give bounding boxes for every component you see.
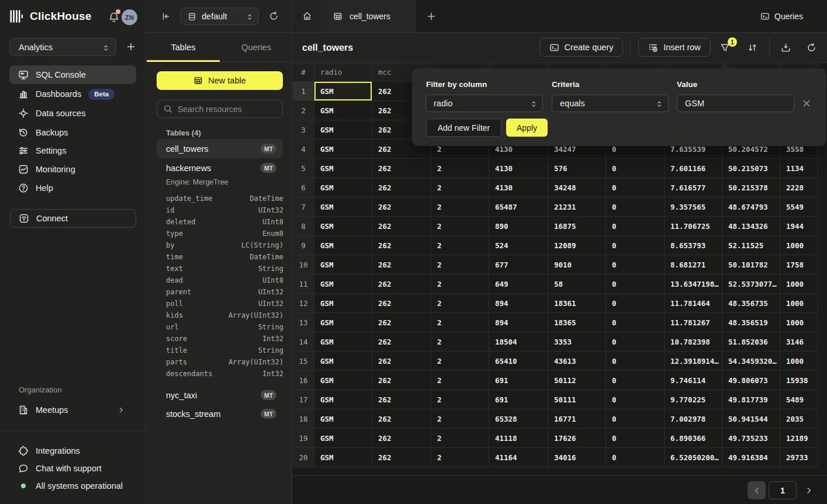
grid-cell[interactable]: 262 (372, 294, 431, 313)
sidebar-item-monitoring[interactable]: Monitoring (9, 160, 136, 179)
grid-cell[interactable]: 16875 (548, 217, 606, 236)
table-item-stocks-stream[interactable]: stocks_stream MT (157, 404, 283, 423)
grid-cell[interactable]: 262 (372, 197, 431, 217)
sidebar-item-settings[interactable]: Settings (9, 141, 136, 160)
grid-cell[interactable]: 12.3918914… (665, 352, 722, 371)
grid-cell[interactable]: 54.3459320… (722, 352, 780, 371)
grid-cell[interactable]: 0 (606, 178, 665, 197)
sidebar-item-sql-console[interactable]: SQL Console (9, 65, 136, 84)
grid-cell[interactable]: GSM (314, 197, 372, 217)
grid-cell[interactable]: 5549 (780, 197, 818, 217)
grid-cell[interactable]: 262 (372, 313, 431, 332)
selected-cell[interactable]: GSM (314, 82, 372, 101)
grid-cell[interactable]: 0 (606, 274, 665, 294)
grid-cell[interactable]: 9.770225 (665, 390, 722, 409)
tab-cell-towers[interactable]: cell_towers (322, 0, 416, 32)
grid-cell[interactable]: 262 (372, 371, 431, 390)
row-number-cell[interactable]: 6 (293, 178, 314, 197)
remove-filter-icon[interactable] (801, 98, 812, 109)
grid-cell[interactable]: 65487 (489, 197, 548, 217)
grid-cell[interactable]: GSM (314, 429, 372, 448)
grid-cell[interactable]: 4130 (489, 159, 548, 178)
grid-cell[interactable]: 50.215378 (722, 178, 780, 197)
apply-filter-button[interactable]: Apply (506, 119, 548, 137)
create-query-button[interactable]: Create query (539, 38, 623, 57)
grid-cell[interactable]: 2228 (780, 178, 818, 197)
row-number-cell[interactable]: 18 (293, 409, 314, 429)
grid-cell[interactable]: GSM (314, 255, 372, 274)
grid-cell[interactable]: 1134 (780, 159, 818, 178)
grid-cell[interactable]: 262 (372, 448, 431, 467)
grid-cell[interactable]: 50111 (548, 390, 606, 409)
grid-cell[interactable]: 9.746114 (665, 371, 722, 390)
grid-cell[interactable]: 58 (548, 274, 606, 294)
row-number-cell[interactable]: 17 (293, 390, 314, 409)
grid-cell[interactable]: GSM (314, 159, 372, 178)
grid-cell[interactable]: 12089 (548, 236, 606, 255)
row-number-cell[interactable]: 14 (293, 332, 314, 352)
refresh-tables-icon[interactable] (269, 11, 279, 21)
grid-cell[interactable]: 0 (606, 429, 665, 448)
grid-cell[interactable]: GSM (314, 178, 372, 197)
grid-cell[interactable]: 524 (489, 236, 548, 255)
grid-cell[interactable]: 65410 (489, 352, 548, 371)
grid-cell[interactable]: 0 (606, 371, 665, 390)
grid-cell[interactable]: 34016 (548, 448, 606, 467)
grid-cell[interactable]: 1000 (780, 313, 818, 332)
row-number-cell[interactable]: 7 (293, 197, 314, 217)
grid-cell[interactable]: 7.616577 (665, 178, 722, 197)
grid-cell[interactable]: 52.11525 (722, 236, 780, 255)
grid-cell[interactable]: GSM (314, 390, 372, 409)
grid-cell[interactable]: 677 (489, 255, 548, 274)
grid-cell[interactable]: 894 (489, 313, 548, 332)
grid-cell[interactable]: 0 (606, 236, 665, 255)
grid-cell[interactable]: 2 (431, 409, 489, 429)
sidebar-item-dashboards[interactable]: Dashboards Beta (9, 85, 136, 103)
grid-cell[interactable]: 576 (548, 159, 606, 178)
table-item-nyc-taxi[interactable]: nyc_taxi MT (157, 385, 283, 405)
row-number-cell[interactable]: 13 (293, 313, 314, 332)
grid-cell[interactable]: GSM (314, 101, 372, 120)
grid-cell[interactable]: 262 (372, 332, 431, 352)
grid-cell[interactable]: 894 (489, 294, 548, 313)
sidebar-item-backups[interactable]: Backups (9, 123, 136, 142)
grid-cell[interactable]: GSM (314, 294, 372, 313)
grid-cell[interactable]: 50.215073 (722, 159, 780, 178)
grid-cell[interactable]: 5489 (780, 390, 818, 409)
grid-cell[interactable]: 2 (431, 217, 489, 236)
grid-cell[interactable]: 49.916384 (722, 448, 780, 467)
grid-cell[interactable]: 8.653793 (665, 236, 722, 255)
add-workspace-button[interactable] (126, 41, 136, 52)
grid-cell[interactable]: 48.134326 (722, 217, 780, 236)
grid-cell[interactable]: 52.5373077… (722, 274, 780, 294)
avatar[interactable]: ZN (122, 9, 137, 25)
grid-cell[interactable]: 262 (372, 217, 431, 236)
search-input[interactable] (178, 105, 271, 114)
row-number-cell[interactable]: 15 (293, 352, 314, 371)
next-page-button[interactable] (803, 481, 815, 499)
grid-cell[interactable]: 0 (606, 352, 665, 371)
new-table-button[interactable]: New table (157, 71, 283, 90)
row-number-cell[interactable]: 16 (293, 371, 314, 390)
grid-cell[interactable]: 2 (431, 332, 489, 352)
filter-value-input[interactable] (685, 99, 788, 108)
table-item-cell-towers[interactable]: cell_towers MT (157, 139, 283, 158)
grid-cell[interactable]: 29733 (780, 448, 818, 467)
grid-cell[interactable]: 50.941544 (722, 409, 780, 429)
grid-cell[interactable]: 10.782398 (665, 332, 722, 352)
grid-cell[interactable]: 2 (431, 429, 489, 448)
grid-cell[interactable]: 18361 (548, 294, 606, 313)
grid-cell[interactable]: 262 (372, 274, 431, 294)
grid-cell[interactable]: 2 (431, 371, 489, 390)
row-number-cell[interactable]: 12 (293, 294, 314, 313)
home-button[interactable] (293, 0, 321, 32)
previous-page-button[interactable] (748, 481, 766, 499)
grid-cell[interactable]: 49.806073 (722, 371, 780, 390)
grid-cell[interactable]: 691 (489, 390, 548, 409)
grid-cell[interactable]: 262 (372, 236, 431, 255)
grid-cell[interactable]: GSM (314, 313, 372, 332)
row-number-cell[interactable]: 2 (293, 101, 314, 120)
grid-cell[interactable]: 48.356735 (722, 294, 780, 313)
grid-cell[interactable]: 49.817739 (722, 390, 780, 409)
search-box[interactable] (157, 100, 283, 118)
